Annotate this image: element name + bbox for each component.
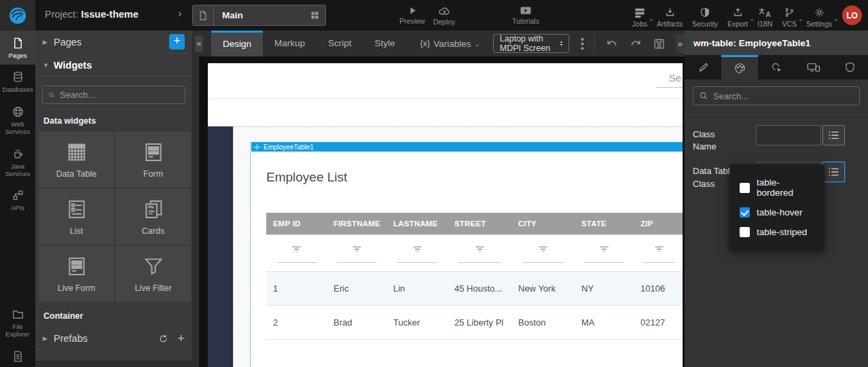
folder-icon xyxy=(12,308,24,321)
filter-input[interactable] xyxy=(397,262,438,263)
column-header[interactable]: ZIP xyxy=(634,213,683,235)
widget-tile-cards[interactable]: Cards xyxy=(115,189,191,245)
expand-right-panel-button[interactable]: » xyxy=(676,35,685,53)
designed-page[interactable]: Se EmployeeTable1 Employee List xyxy=(208,63,683,367)
data-table-class-list-button[interactable] xyxy=(822,162,845,182)
column-filter[interactable] xyxy=(511,235,575,272)
widgets-section-header[interactable]: ▼ Widgets xyxy=(35,54,192,77)
tutorials-button[interactable]: Tutorials xyxy=(505,0,546,31)
column-header[interactable]: CITY xyxy=(511,213,575,235)
tab-styles[interactable] xyxy=(721,55,758,80)
tab-style[interactable]: Style xyxy=(363,31,407,56)
class-name-list-button[interactable] xyxy=(822,125,845,145)
widget-tile-list[interactable]: List xyxy=(39,189,114,245)
option-table-hover[interactable]: table-hover xyxy=(729,203,825,222)
pages-section-header[interactable]: ▶ Pages + xyxy=(35,31,192,54)
option-table-striped[interactable]: table-striped xyxy=(729,222,825,242)
collapse-left-panel-button[interactable]: « xyxy=(195,35,203,52)
preview-button[interactable]: Preview xyxy=(397,0,428,31)
filter-input[interactable] xyxy=(522,262,564,263)
artifacts-button[interactable]: Artifacts xyxy=(652,7,687,28)
rail-item-databases[interactable]: Databases xyxy=(0,65,35,99)
widget-tile-live-filter[interactable]: Live Filter xyxy=(115,246,191,302)
widget-tile-data-table[interactable]: Data Table xyxy=(39,132,114,188)
data-table-widget[interactable]: Employee List EMP ID FIR xyxy=(251,152,683,367)
undo-button[interactable] xyxy=(605,38,619,50)
column-header[interactable]: FIRSTNAME xyxy=(327,213,386,235)
save-button[interactable] xyxy=(653,37,666,50)
tile-label: Live Filter xyxy=(134,283,171,293)
selected-widget-handle[interactable]: EmployeeTable1 xyxy=(251,142,683,152)
redo-button[interactable] xyxy=(629,38,643,50)
settings-button[interactable]: Settings ⌄ xyxy=(801,7,837,28)
table-row[interactable]: 1 Eric Lin 45 Housto... New York NY 1010… xyxy=(266,272,683,306)
checkbox[interactable] xyxy=(740,227,750,237)
rail-item-pages[interactable]: Pages xyxy=(0,31,35,65)
tab-security[interactable] xyxy=(831,55,868,80)
column-header[interactable]: STATE xyxy=(575,213,634,235)
widget-search-input[interactable] xyxy=(60,90,179,100)
tab-properties[interactable] xyxy=(685,55,721,80)
topbar-tools: Jobs ⌄ Artifacts Security Export ⌄ A I18… xyxy=(628,0,837,31)
rail-item-java-services[interactable]: Java Services xyxy=(0,141,35,184)
tab-markup[interactable]: Markup xyxy=(263,31,317,56)
column-header[interactable]: EMP ID xyxy=(266,213,327,235)
rail-item-apis[interactable]: APIs xyxy=(0,183,35,217)
deploy-button[interactable]: Deploy xyxy=(428,0,460,31)
column-header[interactable]: LASTNAME xyxy=(386,213,448,235)
column-header[interactable]: STREET xyxy=(448,213,511,235)
video-icon xyxy=(520,5,532,16)
tab-script[interactable]: Script xyxy=(317,31,363,56)
column-filter[interactable] xyxy=(634,235,683,272)
filter-input[interactable] xyxy=(584,262,623,263)
jobs-button[interactable]: Jobs ⌄ xyxy=(628,7,652,28)
filter-input[interactable] xyxy=(276,262,317,263)
page-content-area[interactable]: EmployeeTable1 Employee List xyxy=(233,126,683,367)
open-page-tab[interactable]: Main xyxy=(192,5,326,26)
page-header-section[interactable]: Se xyxy=(208,63,683,99)
rail-item-file-explorer[interactable]: File Explorer xyxy=(0,302,35,344)
page-left-nav[interactable] xyxy=(208,126,233,367)
column-filter[interactable] xyxy=(575,235,634,272)
tab-devices[interactable] xyxy=(795,55,831,80)
option-table-bordered[interactable]: table-bordered xyxy=(729,173,825,203)
column-filter[interactable] xyxy=(266,235,327,272)
i18n-button[interactable]: A I18N xyxy=(753,7,777,28)
table-row[interactable]: 2 Brad Tucker 25 Liberty Pl Boston MA 02… xyxy=(266,306,683,340)
checkbox[interactable] xyxy=(740,183,750,193)
properties-search[interactable] xyxy=(693,86,860,105)
tab-events[interactable] xyxy=(758,55,795,80)
export-button[interactable]: Export ⌄ xyxy=(723,7,753,28)
security-button[interactable]: Security xyxy=(687,7,723,28)
add-prefab-button[interactable]: + xyxy=(177,334,185,343)
grid-layout-icon[interactable] xyxy=(310,10,320,20)
chevron-right-icon[interactable]: › xyxy=(178,7,182,20)
column-filter[interactable] xyxy=(386,235,448,272)
properties-panel-title: wm-table: EmployeeTable1 xyxy=(685,31,868,55)
column-filter[interactable] xyxy=(327,235,386,272)
table-cell: Lin xyxy=(386,272,448,306)
wavemaker-logo[interactable] xyxy=(0,0,35,31)
filter-input[interactable] xyxy=(643,262,675,263)
variables-button[interactable]: {x} Variables ⌄ xyxy=(420,39,480,49)
tab-design[interactable]: Design xyxy=(211,31,263,56)
page-structure-section-header[interactable]: ▶ Page Structure xyxy=(35,361,192,367)
filter-input[interactable] xyxy=(336,262,376,263)
refresh-icon[interactable] xyxy=(158,334,168,344)
add-page-button[interactable]: + xyxy=(169,34,185,50)
user-avatar[interactable]: LO xyxy=(842,5,862,25)
widget-search[interactable] xyxy=(42,86,185,104)
vcs-button[interactable]: VCS ⌄ xyxy=(777,7,801,28)
widget-tile-form[interactable]: Form xyxy=(115,132,191,188)
properties-search-input[interactable] xyxy=(713,91,854,101)
column-filter[interactable] xyxy=(448,235,511,272)
class-name-input[interactable] xyxy=(756,125,821,145)
device-preview-select[interactable]: Laptop with MDPI Screen xyxy=(493,34,570,53)
filter-input[interactable] xyxy=(458,262,501,263)
prefabs-section-header[interactable]: ▶ Prefabs + xyxy=(35,327,192,350)
more-options-button[interactable] xyxy=(581,37,584,50)
widget-tile-live-form[interactable]: Live Form xyxy=(39,246,114,302)
rail-item-logs[interactable]: Logs xyxy=(0,344,35,367)
checkbox[interactable] xyxy=(740,207,750,217)
rail-item-web-services[interactable]: Web Services xyxy=(0,99,35,141)
